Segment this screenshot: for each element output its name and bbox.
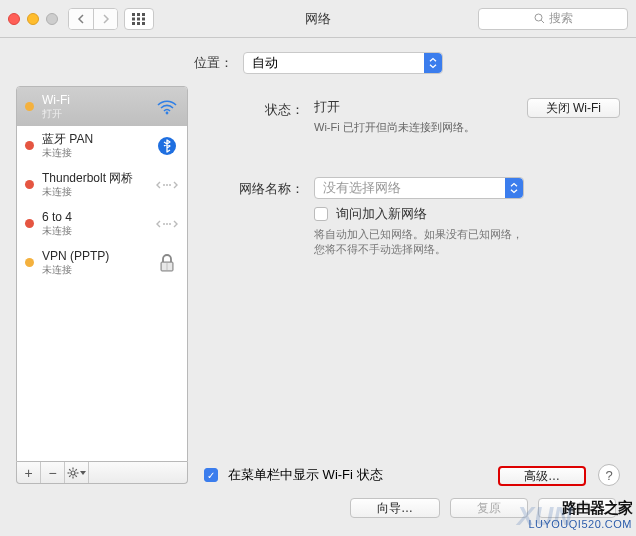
service-actions-button[interactable] — [65, 462, 89, 483]
network-preferences-window: 网络 搜索 位置： 自动 Wi-Fi 打开 — [0, 0, 636, 536]
search-placeholder: 搜索 — [549, 10, 573, 27]
forward-button[interactable] — [93, 9, 117, 29]
service-name: VPN (PPTP) — [42, 250, 147, 263]
ask-join-checkbox[interactable]: 询问加入新网络 — [314, 205, 620, 223]
service-status: 未连接 — [42, 186, 147, 197]
svg-point-11 — [166, 111, 169, 114]
content-area: Wi-Fi 打开 蓝牙 PAN 未连接 — [0, 86, 636, 484]
checkbox-unchecked-icon — [314, 207, 328, 221]
svg-point-17 — [166, 223, 168, 225]
service-status: 未连接 — [42, 264, 147, 275]
service-status: 未连接 — [42, 225, 147, 236]
network-name-row: 网络名称： 没有选择网络 — [204, 177, 620, 199]
location-label: 位置： — [194, 54, 233, 72]
checkbox-checked-icon: ✓ — [204, 468, 218, 482]
nav-button-group — [68, 8, 118, 30]
search-icon — [534, 13, 545, 24]
status-dot-icon — [25, 219, 34, 228]
svg-line-28 — [75, 475, 76, 476]
service-item-vpn[interactable]: VPN (PPTP) 未连接 — [17, 243, 187, 282]
svg-rect-8 — [142, 22, 145, 25]
service-name: Wi-Fi — [42, 94, 147, 107]
service-status: 未连接 — [42, 147, 147, 158]
ask-join-row: 询问加入新网络 将自动加入已知网络。如果没有已知网络，您将不得不手动选择网络。 — [204, 205, 620, 258]
location-row: 位置： 自动 — [0, 38, 636, 86]
svg-rect-4 — [137, 17, 140, 20]
minimize-window-button[interactable] — [27, 13, 39, 25]
chevron-left-icon — [77, 14, 85, 24]
service-name: 6 to 4 — [42, 211, 147, 224]
service-item-thunderbolt-bridge[interactable]: Thunderbolt 网桥 未连接 — [17, 165, 187, 204]
window-title: 网络 — [305, 10, 331, 28]
toggle-wifi-button[interactable]: 关闭 Wi-Fi — [527, 98, 620, 118]
bridge-icon — [155, 175, 179, 195]
show-all-button[interactable] — [124, 8, 154, 30]
select-stepper-icon — [424, 53, 442, 73]
network-name-value: 没有选择网络 — [323, 179, 401, 197]
advanced-button-wrap: 高级… — [498, 466, 586, 487]
close-window-button[interactable] — [8, 13, 20, 25]
search-field[interactable]: 搜索 — [478, 8, 628, 30]
select-stepper-icon — [505, 178, 523, 198]
add-service-button[interactable]: + — [17, 462, 41, 483]
network-name-label: 网络名称： — [204, 177, 304, 199]
menubar-status-checkbox[interactable]: ✓ 在菜单栏中显示 Wi-Fi 状态 — [204, 466, 383, 484]
status-row: 状态： 打开 Wi-Fi 已打开但尚未连接到网络。 关闭 Wi-Fi — [204, 98, 620, 135]
menubar-status-label: 在菜单栏中显示 Wi-Fi 状态 — [228, 466, 383, 484]
svg-point-13 — [163, 184, 165, 186]
svg-point-16 — [163, 223, 165, 225]
remove-service-button[interactable]: − — [41, 462, 65, 483]
grid-icon — [132, 13, 146, 25]
service-list: Wi-Fi 打开 蓝牙 PAN 未连接 — [16, 86, 188, 462]
detail-pane: 状态： 打开 Wi-Fi 已打开但尚未连接到网络。 关闭 Wi-Fi 网络名称：… — [204, 86, 620, 484]
wifi-icon — [155, 97, 179, 117]
svg-point-14 — [166, 184, 168, 186]
help-button[interactable]: ? — [598, 464, 620, 486]
status-label: 状态： — [204, 98, 304, 135]
svg-rect-1 — [137, 13, 140, 16]
svg-line-30 — [69, 475, 70, 476]
gear-icon — [67, 467, 79, 479]
status-dot-icon — [25, 102, 34, 111]
svg-rect-3 — [132, 17, 135, 20]
titlebar: 网络 搜索 — [0, 0, 636, 38]
status-dot-icon — [25, 258, 34, 267]
assist-button[interactable]: 向导… — [350, 498, 440, 518]
status-dot-icon — [25, 141, 34, 150]
service-name: 蓝牙 PAN — [42, 133, 147, 146]
service-item-wifi[interactable]: Wi-Fi 打开 — [17, 87, 187, 126]
bluetooth-icon — [155, 136, 179, 156]
location-select[interactable]: 自动 — [243, 52, 443, 74]
advanced-button[interactable]: 高级… — [498, 466, 586, 486]
svg-rect-0 — [132, 13, 135, 16]
svg-point-18 — [169, 223, 171, 225]
chevron-down-icon — [80, 471, 86, 475]
location-value: 自动 — [252, 54, 278, 72]
service-status: 打开 — [42, 108, 147, 119]
lock-icon — [155, 253, 179, 273]
status-description: Wi-Fi 已打开但尚未连接到网络。 — [314, 120, 507, 135]
svg-point-9 — [535, 14, 542, 21]
service-name: Thunderbolt 网桥 — [42, 172, 147, 185]
service-item-bluetooth-pan[interactable]: 蓝牙 PAN 未连接 — [17, 126, 187, 165]
status-value: 打开 — [314, 98, 507, 116]
svg-rect-6 — [132, 22, 135, 25]
svg-line-27 — [69, 469, 70, 470]
back-button[interactable] — [69, 9, 93, 29]
ask-join-label: 询问加入新网络 — [336, 205, 427, 223]
svg-rect-7 — [137, 22, 140, 25]
service-item-6to4[interactable]: 6 to 4 未连接 — [17, 204, 187, 243]
status-dot-icon — [25, 180, 34, 189]
svg-rect-5 — [142, 17, 145, 20]
traffic-lights — [8, 13, 58, 25]
svg-point-15 — [169, 184, 171, 186]
svg-line-10 — [541, 20, 544, 23]
list-footer-buttons: + − — [16, 462, 188, 484]
zoom-window-button[interactable] — [46, 13, 58, 25]
ask-join-hint: 将自动加入已知网络。如果没有已知网络，您将不得不手动选择网络。 — [314, 227, 524, 258]
watermark-bg: XUN — [517, 501, 572, 532]
svg-line-29 — [75, 469, 76, 470]
svg-point-22 — [71, 471, 75, 475]
sidebar: Wi-Fi 打开 蓝牙 PAN 未连接 — [16, 86, 188, 484]
network-name-select[interactable]: 没有选择网络 — [314, 177, 524, 199]
